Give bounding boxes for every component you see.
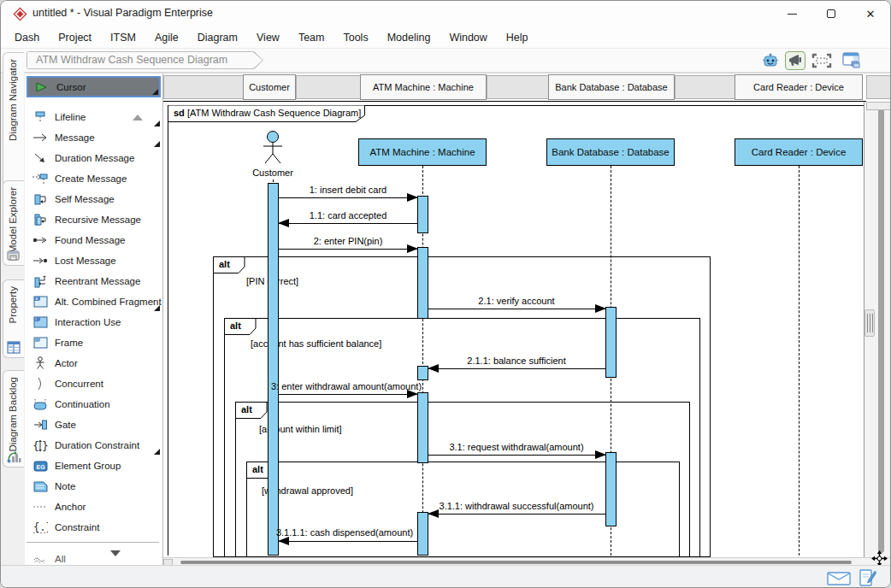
- menu-diagram[interactable]: Diagram: [188, 26, 247, 49]
- menu-tools[interactable]: Tools: [333, 26, 377, 49]
- header-lifeline-card-reader[interactable]: Card Reader : Device: [735, 74, 863, 100]
- message-arrow-1-1[interactable]: [279, 223, 417, 224]
- palette-item-self-message[interactable]: Self Message: [27, 189, 161, 209]
- palette-item-lifeline[interactable]: Lifeline: [27, 107, 161, 127]
- alt-operator: alt: [219, 259, 230, 269]
- palette-item-interaction-use[interactable]: i Interaction Use: [27, 312, 161, 332]
- message-label[interactable]: 1: insert debit card: [310, 185, 387, 195]
- pan-mode-icon[interactable]: [871, 550, 888, 565]
- message-arrow-1[interactable]: [279, 197, 417, 198]
- header-segment[interactable]: [487, 75, 549, 99]
- side-tab-model-explorer[interactable]: Model Explorer: [3, 180, 24, 266]
- menu-itsm[interactable]: ITSM: [101, 26, 145, 49]
- menu-bar: Dash Project ITSM Agile Diagram View Tea…: [1, 26, 890, 49]
- sd-frame-label: sd [ATM Withdraw Cash Sequence Diagram]: [174, 108, 361, 118]
- palette-item-gate[interactable]: Gate: [27, 415, 161, 435]
- palette-item-recursive-message[interactable]: Recursive Message: [27, 209, 161, 230]
- panel-splitter-handle[interactable]: [864, 309, 875, 337]
- menu-dash[interactable]: Dash: [5, 26, 49, 49]
- message-arrow-3-1[interactable]: [428, 455, 605, 456]
- palette-item-anchor[interactable]: Anchor: [27, 497, 161, 517]
- horizontal-scrollbar[interactable]: [163, 557, 891, 565]
- message-arrow-2[interactable]: [279, 249, 417, 250]
- breadcrumb[interactable]: ATM Withdraw Cash Sequence Diagram: [27, 51, 263, 69]
- header-lifeline-bank[interactable]: Bank Database : Database: [548, 74, 675, 100]
- vertical-scrollbar-thumb[interactable]: [878, 109, 884, 553]
- message-label[interactable]: 1.1: card accepted: [310, 210, 387, 220]
- palette-item-actor[interactable]: Actor: [27, 353, 161, 373]
- message-label[interactable]: 3.1.1: withdrawal successful(amount): [440, 501, 594, 511]
- palette-item-partial[interactable]: All: [27, 549, 161, 565]
- palette-item-element-group[interactable]: EG Element Group: [27, 456, 161, 476]
- header-segment[interactable]: [675, 75, 735, 99]
- message-arrow-3[interactable]: [279, 394, 417, 395]
- menu-agile[interactable]: Agile: [145, 26, 188, 49]
- palette-scroll-down-icon[interactable]: [110, 556, 121, 565]
- header-segment[interactable]: [163, 75, 244, 99]
- compose-note-icon[interactable]: [859, 568, 876, 587]
- palette-item-continuation[interactable]: Continuation: [27, 394, 161, 415]
- message-arrow-2-1-1[interactable]: [428, 368, 605, 369]
- diagram-canvas[interactable]: Customer ATM Machine : Machine Bank Data…: [163, 73, 891, 565]
- lifeline-box-atm[interactable]: ATM Machine : Machine: [358, 138, 487, 166]
- header-segment[interactable]: [866, 75, 891, 99]
- message-label[interactable]: 3: enter withdrawal amount(amount): [271, 381, 422, 391]
- lifeline-box-card-reader[interactable]: Card Reader : Device: [735, 138, 863, 166]
- frame-icon: [32, 337, 48, 349]
- announcement-megaphone-icon[interactable]: [785, 51, 805, 70]
- palette-item-duration-message[interactable]: Duration Message: [27, 148, 161, 168]
- menu-help[interactable]: Help: [497, 26, 538, 49]
- activation-bank-1[interactable]: [605, 307, 617, 378]
- vertical-scrollbar[interactable]: [864, 102, 891, 565]
- actor-customer[interactable]: [260, 130, 286, 166]
- app-window: untitled * - Visual Paradigm Enterprise …: [0, 0, 891, 588]
- message-arrow-2-1[interactable]: [428, 309, 605, 309]
- message-label[interactable]: 3.1.1.1: cash dispensed(amount): [276, 527, 413, 538]
- palette-item-message[interactable]: Message: [27, 127, 161, 148]
- side-tab-property[interactable]: Property: [3, 279, 24, 358]
- maximize-button[interactable]: [811, 1, 851, 26]
- message-label[interactable]: 2.1.1: balance sufficient: [467, 356, 565, 366]
- selection-marquee-icon[interactable]: [811, 51, 832, 70]
- menu-window[interactable]: Window: [440, 26, 496, 49]
- header-lifeline-customer[interactable]: Customer: [243, 74, 296, 100]
- minimize-button[interactable]: [772, 1, 811, 26]
- activation-atm-1[interactable]: [417, 196, 428, 233]
- explorer-window-icon: [7, 250, 21, 262]
- message-label[interactable]: 2.1: verify account: [478, 296, 554, 306]
- palette-item-create-message[interactable]: Create Message: [27, 168, 161, 189]
- palette-item-alt-combined-fragment[interactable]: a Alt. Combined Fragment: [27, 291, 161, 312]
- palette-item-found-message[interactable]: Found Message: [27, 230, 161, 250]
- activation-bank-2[interactable]: [605, 452, 617, 526]
- layout-panels-icon[interactable]: [841, 51, 862, 70]
- activation-customer[interactable]: [268, 183, 279, 556]
- lifeline-box-bank[interactable]: Bank Database : Database: [546, 138, 675, 166]
- menu-team[interactable]: Team: [289, 26, 334, 49]
- header-segment[interactable]: [296, 75, 361, 99]
- palette-item-frame[interactable]: Frame: [27, 332, 161, 353]
- message-arrow-3-1-1-1[interactable]: [279, 541, 417, 542]
- message-label[interactable]: 3.1: request withdrawal(amount): [449, 442, 583, 452]
- palette-item-lost-message[interactable]: Lost Message: [27, 250, 161, 271]
- message-arrow-3-1-1[interactable]: [428, 514, 605, 514]
- palette-item-constraint[interactable]: {.} Constraint: [27, 517, 161, 538]
- palette-item-reentrant-message[interactable]: Reentrant Message: [27, 271, 161, 291]
- message-label[interactable]: 2: enter PIN(pin): [314, 236, 383, 246]
- activation-atm-4[interactable]: [417, 392, 428, 463]
- header-lifeline-atm[interactable]: ATM Machine : Machine: [360, 74, 487, 100]
- ai-assistant-robot-icon[interactable]: [760, 51, 781, 70]
- palette-item-concurrent[interactable]: Concurrent: [27, 373, 161, 394]
- close-button[interactable]: ✕: [851, 1, 890, 26]
- activation-atm-2[interactable]: [417, 247, 428, 319]
- side-tab-diagram-backlog[interactable]: Diagram Backlog: [3, 370, 24, 467]
- menu-view[interactable]: View: [247, 26, 289, 49]
- palette-item-cursor[interactable]: Cursor: [27, 76, 161, 97]
- menu-modeling[interactable]: Modeling: [378, 26, 440, 49]
- lifeline-line-card-reader[interactable]: [799, 166, 800, 556]
- palette-item-note[interactable]: Note: [27, 476, 161, 497]
- horizontal-scrollbar-thumb[interactable]: [180, 561, 852, 564]
- activation-atm-5[interactable]: [417, 512, 428, 556]
- message-envelope-icon[interactable]: [827, 572, 851, 585]
- menu-project[interactable]: Project: [49, 26, 101, 49]
- palette-item-duration-constraint[interactable]: {} Duration Constraint: [27, 435, 161, 456]
